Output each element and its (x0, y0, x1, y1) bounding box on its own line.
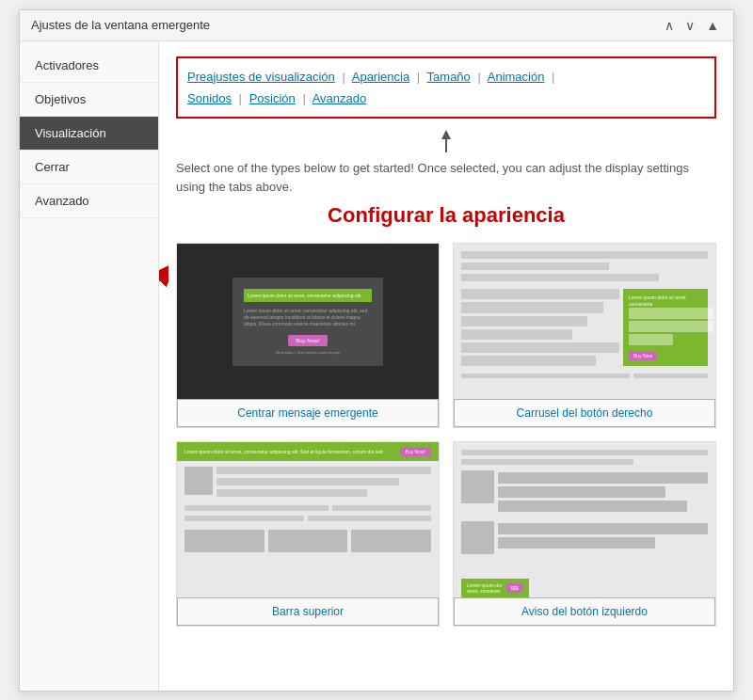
tb-row-1 (184, 467, 431, 497)
arrow-up-indicator (176, 130, 716, 155)
config-heading: Configurar la apariencia (176, 203, 716, 228)
lb-bottom-popup: Lorem ipsum doramet, consecter $$$ (461, 579, 529, 597)
red-arrow (159, 262, 168, 340)
preview-centrar: Lorem ipsum dolor sit amet, consectetur … (177, 244, 439, 399)
no-thanks: No thanks, I don't need to save money (244, 350, 372, 355)
select-aviso-button[interactable]: Aviso del botón izquierdo (454, 597, 715, 626)
tab-tamano[interactable]: Tamaño (427, 70, 471, 84)
main-content: Preajustes de visualización | Apariencia… (159, 41, 733, 691)
window-controls: ∧ ∨ ▲ (662, 18, 722, 33)
lb-bar-2 (461, 459, 633, 465)
popup-body-text: Lorem ipsum dolor sit amet, consectetur … (244, 308, 372, 327)
tab-posicion[interactable]: Posición (249, 91, 296, 105)
collapse-button[interactable]: ∧ (662, 18, 677, 33)
rc-content: Lorem ipsum dolor sit amet, consectetur … (461, 289, 708, 366)
tabs-nav-box: Preajustes de visualización | Apariencia… (176, 56, 716, 119)
expand-button[interactable]: ∨ (682, 18, 697, 33)
popup-section: Tipos dePop-Up (176, 243, 716, 627)
instruction-text: Select one of the types below to get sta… (176, 159, 716, 196)
popup-card-centrar: Lorem ipsum dolor sit amet, consectetur … (176, 243, 440, 428)
sidebar-item-visualizacion[interactable]: Visualización (20, 117, 158, 151)
sidebar-item-cerrar[interactable]: Cerrar (20, 151, 158, 184)
preview-barra: Lorem ipsum dolor sit amet, consectetur … (177, 442, 439, 597)
svg-marker-1 (441, 130, 451, 139)
tab-sonidos[interactable]: Sonidos (187, 91, 232, 105)
title-bar: Ajustes de la ventana emergente ∧ ∨ ▲ (20, 10, 733, 41)
rc-buy-now: Buy Now (629, 351, 657, 360)
tb-content (177, 461, 439, 558)
popup-grid: Lorem ipsum dolor sit amet, consectetur … (176, 243, 716, 627)
tb-buy-now: Buy Now! (400, 447, 431, 456)
sidebar-item-objetivos[interactable]: Objetivos (20, 83, 158, 117)
rc-right-popup: Lorem ipsum dolor sit amet, consectetur … (623, 289, 708, 366)
rc-bottom-bars (461, 374, 708, 378)
sidebar-item-activadores[interactable]: Activadores (20, 49, 158, 83)
popup-card-carrusel: Lorem ipsum dolor sit amet, consectetur … (453, 243, 716, 428)
tab-animacion[interactable]: Animación (488, 70, 545, 84)
sidebar-item-avanzado[interactable]: Avanzado (20, 184, 158, 218)
rc-bar-3 (461, 274, 659, 281)
green-bar: Lorem ipsum dolor sit amet, consectetur … (244, 289, 372, 302)
window-title: Ajustes de la ventana emergente (31, 18, 210, 32)
preview-carrusel: Lorem ipsum dolor sit amet, consectetur … (454, 244, 715, 399)
tab-apariencia[interactable]: Apariencia (352, 70, 409, 84)
tab-preajustes[interactable]: Preajustes de visualización (187, 70, 335, 84)
tab-avanzado[interactable]: Avanzado (312, 91, 367, 105)
rc-bar-2 (461, 262, 609, 270)
lb-row-1 (461, 470, 708, 512)
select-carrusel-button[interactable]: Carrusel del botón derecho (454, 399, 715, 427)
tb-sq-1 (184, 467, 213, 495)
close-button[interactable]: ▲ (703, 18, 722, 33)
main-window: Ajustes de la ventana emergente ∧ ∨ ▲ Ac… (19, 9, 734, 692)
tb-row-3 (184, 516, 431, 521)
rc-bar-1 (461, 251, 708, 259)
preview-aviso: Lorem ipsum doramet, consecter $$$ (454, 442, 715, 597)
lb-row-2 (461, 521, 708, 554)
tb-grid (184, 530, 431, 552)
center-popup-box: Lorem ipsum dolor sit amet, consectetur … (232, 278, 383, 366)
tb-top-bar: Lorem ipsum dolor sit amet, consectetur … (177, 442, 439, 461)
buy-now-btn: Buy Now! (288, 335, 328, 346)
select-centrar-button[interactable]: Centrar mensaje emergente (177, 399, 439, 427)
lb-popup-btn: $$$ (506, 583, 523, 593)
tb-row-2 (184, 505, 431, 511)
select-barra-button[interactable]: Barra superior (177, 597, 439, 626)
popup-card-barra: Lorem ipsum dolor sit amet, consectetur … (176, 441, 440, 627)
rc-left-content (461, 289, 619, 366)
window-body: Activadores Objetivos Visualización Cerr… (20, 41, 733, 691)
lb-bar-1 (461, 450, 708, 455)
sidebar: Activadores Objetivos Visualización Cerr… (20, 41, 159, 691)
popup-card-aviso: Lorem ipsum doramet, consecter $$$ Aviso… (453, 441, 716, 627)
